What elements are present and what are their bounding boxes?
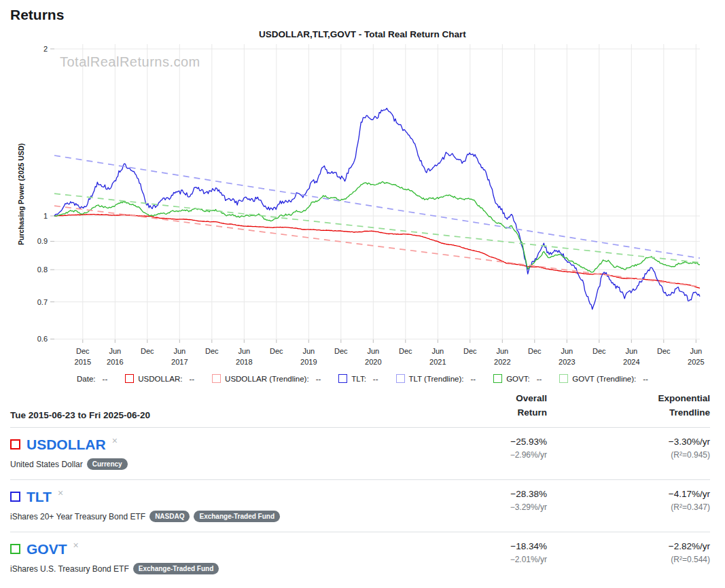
legend-label: GOVT:	[506, 375, 530, 383]
govt-full-name: iShares U.S. Treasury Bond ETF	[10, 564, 129, 574]
table-row: TLT × iShares 20+ Year Treasury Bond ETF…	[10, 480, 710, 532]
legend-swatch-icon	[493, 374, 502, 383]
column-header-exponential-trendline: Exponential Trendline	[547, 392, 710, 420]
legend-item-tlt-trendline-: TLT (Trendline):--	[396, 374, 476, 383]
table-row: USDOLLAR × United States Dollar Currency…	[10, 428, 710, 480]
x-tick-month-label: Dec	[463, 347, 477, 355]
page-title: Returns	[10, 5, 710, 24]
x-tick-year-label: 2019	[300, 358, 317, 366]
legend-value: --	[643, 375, 648, 383]
x-tick-year-label: 2025	[688, 358, 704, 366]
govt-color-swatch	[10, 544, 20, 554]
tlt-trendline-rate: −4.17%/yr	[547, 489, 710, 499]
govt-trendline-rate: −2.82%/yr	[547, 541, 710, 551]
legend-item-usdollar-trendline-: USDOLLAR (Trendline):--	[212, 374, 321, 383]
legend-item-date: Date:--	[77, 375, 107, 383]
legend-label: TLT:	[351, 375, 366, 383]
x-tick-year-label: 2021	[429, 358, 446, 366]
usdollar-trendline-rate: −3.30%/yr	[547, 437, 710, 447]
x-tick-month-label: Dec	[205, 347, 219, 355]
x-tick-year-label: 2016	[107, 358, 123, 366]
legend-label: USDOLLAR (Trendline):	[225, 375, 309, 383]
x-tick-month-label: Dec	[399, 347, 412, 355]
ticker-link-govt[interactable]: GOVT	[26, 541, 67, 557]
x-tick-month-label: Jun	[109, 347, 121, 355]
x-tick-month-label: Jun	[561, 347, 573, 355]
remove-usdollar-icon[interactable]: ×	[112, 435, 118, 446]
remove-tlt-icon[interactable]: ×	[58, 488, 63, 498]
legend-item-govt-trendline-: GOVT (Trendline):--	[559, 374, 648, 383]
y-tick-label: 0.7	[37, 298, 48, 306]
x-tick-month-label: Dec	[593, 347, 606, 355]
legend-swatch-icon	[396, 374, 405, 383]
tlt-color-swatch	[10, 492, 20, 502]
x-tick-month-label: Dec	[141, 347, 154, 355]
chart-block: USDOLLAR,TLT,GOVT - Total Real Return Ch…	[0, 24, 725, 384]
etf-badge: Exchange-Traded Fund	[133, 563, 219, 574]
table-header-row: Tue 2015-06-23 to Fri 2025-06-20 Overall…	[10, 384, 710, 428]
x-tick-month-label: Dec	[657, 347, 671, 355]
y-tick-label: 1	[43, 212, 48, 220]
legend-item-govt: GOVT:--	[493, 374, 542, 383]
x-tick-month-label: Dec	[76, 347, 90, 355]
watermark: TotalRealReturns.com	[60, 54, 200, 70]
chart-legend: Date:--USDOLLAR:--USDOLLAR (Trendline):-…	[0, 374, 725, 383]
legend-value: --	[470, 375, 476, 383]
x-tick-year-label: 2022	[494, 358, 510, 366]
x-tick-month-label: Jun	[431, 347, 444, 355]
chart-title: USDOLLAR,TLT,GOVT - Total Real Return Ch…	[0, 24, 725, 39]
series-line-tlt	[54, 108, 700, 309]
legend-swatch-icon	[212, 374, 221, 383]
y-axis-title: Purchasing Power (2025 USD)	[17, 143, 25, 245]
tlt-overall-return-annualized: −3.29%/yr	[445, 502, 547, 512]
usdollar-overall-return-annualized: −2.96%/yr	[445, 450, 547, 460]
total-real-return-chart-plot[interactable]: Dec2015Jun2016DecJun2017DecJun2018DecJun…	[0, 41, 725, 368]
x-tick-year-label: 2018	[236, 358, 252, 366]
currency-badge: Currency	[87, 458, 128, 470]
returns-table: Tue 2015-06-23 to Fri 2025-06-20 Overall…	[10, 384, 710, 585]
x-tick-month-label: Dec	[334, 347, 348, 355]
trendline-govt	[54, 194, 700, 263]
x-tick-month-label: Dec	[270, 347, 283, 355]
usdollar-trendline-r2: (R²=0.945)	[547, 450, 710, 460]
x-tick-year-label: 2023	[559, 358, 575, 366]
trendline-usdollar	[54, 206, 700, 287]
legend-label: GOVT (Trendline):	[572, 375, 636, 383]
y-tick-label: 0.6	[37, 335, 48, 343]
usdollar-color-swatch	[10, 439, 20, 449]
page: Returns USDOLLAR,TLT,GOVT - Total Real R…	[0, 0, 725, 585]
govt-trendline-r2: (R²=0.544)	[547, 555, 710, 564]
legend-value: --	[373, 375, 378, 383]
x-tick-year-label: 2015	[75, 358, 91, 366]
tlt-trendline-r2: (R²=0.347)	[547, 502, 710, 512]
legend-item-usdollar: USDOLLAR:--	[125, 374, 194, 383]
x-tick-year-label: 2020	[365, 358, 381, 366]
column-header-overall-return: Overall Return	[445, 392, 547, 420]
x-tick-month-label: Jun	[625, 347, 637, 355]
ticker-link-usdollar[interactable]: USDOLLAR	[26, 437, 106, 452]
legend-item-tlt: TLT:--	[338, 374, 378, 383]
date-range-label: Tue 2015-06-23 to Fri 2025-06-20	[10, 410, 445, 420]
x-tick-year-label: 2017	[171, 358, 188, 366]
x-tick-month-label: Dec	[528, 347, 542, 355]
legend-swatch-icon	[559, 374, 568, 383]
x-tick-month-label: Jun	[302, 347, 315, 355]
remove-govt-icon[interactable]: ×	[73, 540, 79, 551]
legend-value: --	[189, 375, 194, 383]
table-row: GOVT × iShares U.S. Treasury Bond ETF Ex…	[10, 532, 710, 585]
ticker-link-tlt[interactable]: TLT	[26, 489, 52, 504]
legend-label: TLT (Trendline):	[409, 375, 464, 383]
x-tick-month-label: Jun	[173, 347, 185, 355]
x-tick-month-label: Jun	[496, 347, 508, 355]
tlt-full-name: iShares 20+ Year Treasury Bond ETF	[10, 512, 145, 521]
x-tick-month-label: Jun	[367, 347, 379, 355]
legend-label: Date:	[77, 375, 96, 383]
legend-value: --	[316, 375, 321, 383]
govt-overall-return-annualized: −2.01%/yr	[445, 555, 547, 564]
x-tick-month-label: Jun	[238, 347, 250, 355]
series-line-govt	[54, 182, 700, 272]
y-tick-label: 0.8	[37, 265, 48, 274]
etf-badge: Exchange-Traded Fund	[194, 511, 280, 522]
y-tick-label: 2	[43, 45, 48, 53]
x-tick-month-label: Jun	[690, 347, 702, 355]
